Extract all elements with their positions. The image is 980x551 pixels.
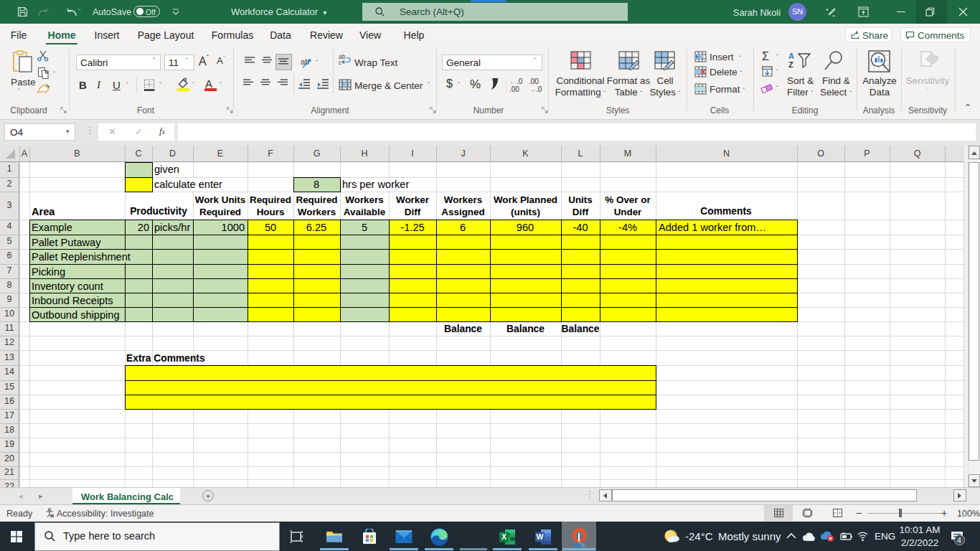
svg-text:W: W [537, 532, 544, 541]
svg-text:X: X [501, 532, 507, 541]
